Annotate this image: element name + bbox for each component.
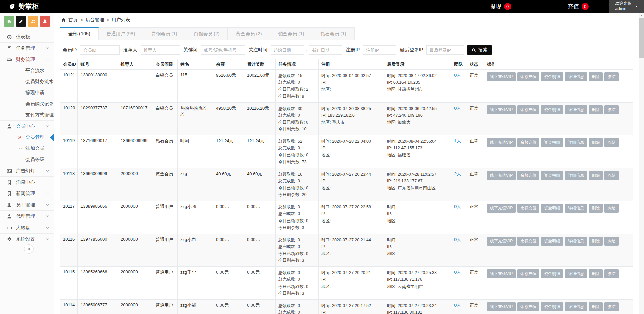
delete-button[interactable]: 删除	[589, 138, 603, 147]
scrollbar-thumb[interactable]	[639, 18, 644, 58]
detail-info-button[interactable]: 详细信息	[565, 138, 587, 147]
offline-vip-recharge-button[interactable]: 线下充值VIP	[487, 72, 516, 81]
detail-info-button[interactable]: 详细信息	[565, 105, 587, 114]
sidebar-item-广告幻灯[interactable]: 广告幻灯	[0, 165, 54, 176]
sidebar-subitem-支付方式管理[interactable]: 支付方式管理	[0, 109, 54, 120]
balance-recharge-button[interactable]: 余额充值	[517, 138, 539, 147]
offline-vip-recharge-button[interactable]: 线下充值VIP	[487, 171, 516, 180]
referrer-input[interactable]	[141, 45, 180, 55]
detail-info-button[interactable]: 详细信息	[565, 204, 587, 213]
sidebar-item-代理管理[interactable]: 代理管理	[0, 210, 54, 222]
delete-button[interactable]: 删除	[589, 302, 603, 311]
sidebar-item-任务管理[interactable]: 任务管理	[0, 42, 54, 54]
register-ip-input[interactable]	[363, 45, 396, 55]
sidebar-subitem-平台流水[interactable]: 平台流水	[0, 65, 54, 76]
funds-detail-button[interactable]: 资金明细	[541, 302, 563, 311]
freeze-button[interactable]: 冻结	[604, 269, 619, 278]
freeze-button[interactable]: 冻结	[604, 105, 619, 114]
sidebar-item-大转盘[interactable]: 大转盘	[0, 222, 54, 233]
team-link[interactable]: 0人	[454, 303, 461, 308]
sidebar-subitem-会员等级[interactable]: 会员等级	[0, 154, 54, 165]
offline-vip-recharge-button[interactable]: 线下充值VIP	[487, 269, 516, 278]
sidebar-item-仪表板[interactable]: 仪表板	[0, 31, 54, 42]
breadcrumb-后台管理[interactable]: 后台管理	[85, 17, 104, 23]
freeze-button[interactable]: 冻结	[604, 138, 619, 147]
follow-time-end-input[interactable]	[309, 45, 342, 55]
funds-detail-button[interactable]: 资金明细	[541, 237, 563, 246]
breadcrumb-首页[interactable]: 首页	[68, 17, 78, 23]
tab-黄金会员[interactable]: 黄金会员 (2)	[228, 27, 270, 40]
team-link[interactable]: 0人	[454, 270, 461, 275]
freeze-button[interactable]: 冻结	[604, 302, 619, 311]
sidebar-subitem-会员管理[interactable]: 会员管理	[0, 132, 54, 143]
offline-vip-recharge-button[interactable]: 线下充值VIP	[487, 204, 516, 213]
sidebar-item-消息中心[interactable]: 消息中心	[0, 176, 54, 188]
balance-recharge-button[interactable]: 余额充值	[517, 237, 539, 246]
sidebar-subitem-添加会员[interactable]: 添加会员	[0, 143, 54, 154]
balance-recharge-button[interactable]: 余额充值	[517, 204, 539, 213]
delete-button[interactable]: 删除	[589, 105, 603, 114]
offline-vip-recharge-button[interactable]: 线下充值VIP	[487, 138, 516, 147]
delete-button[interactable]: 删除	[589, 204, 603, 213]
sidebar-item-系统设置[interactable]: 系统设置	[0, 233, 54, 245]
funds-detail-button[interactable]: 资金明细	[541, 171, 563, 180]
member-id-input[interactable]	[80, 45, 120, 55]
offline-vip-recharge-button[interactable]: 线下充值VIP	[487, 302, 516, 311]
recharge-link[interactable]: 充值 0	[568, 3, 589, 10]
quick-pencil-button[interactable]	[16, 16, 26, 27]
tab-钻石会员[interactable]: 钻石会员 (1)	[312, 27, 355, 40]
freeze-button[interactable]: 冻结	[604, 72, 619, 81]
detail-info-button[interactable]: 详细信息	[565, 302, 587, 311]
delete-button[interactable]: 删除	[589, 237, 603, 246]
funds-detail-button[interactable]: 资金明细	[541, 204, 563, 213]
follow-time-input[interactable]	[271, 45, 304, 55]
funds-detail-button[interactable]: 资金明细	[541, 138, 563, 147]
sidebar-item-财务管理[interactable]: 财务管理	[0, 54, 54, 65]
detail-info-button[interactable]: 详细信息	[565, 269, 587, 278]
detail-info-button[interactable]: 详细信息	[565, 171, 587, 180]
freeze-button[interactable]: 冻结	[604, 204, 619, 213]
offline-vip-recharge-button[interactable]: 线下充值VIP	[487, 237, 516, 246]
quick-users-button[interactable]	[28, 16, 38, 27]
freeze-button[interactable]: 冻结	[604, 171, 619, 180]
balance-recharge-button[interactable]: 余额充值	[517, 105, 539, 114]
team-link[interactable]: 0人	[454, 73, 461, 78]
sidebar-subitem-提现申请[interactable]: 提现申请	[0, 87, 54, 98]
freeze-button[interactable]: 冻结	[604, 237, 619, 246]
team-link[interactable]: 0人	[454, 237, 461, 242]
balance-recharge-button[interactable]: 余额充值	[517, 72, 539, 81]
team-link[interactable]: 0人	[454, 106, 461, 111]
tab-青铜会员[interactable]: 青铜会员 (1)	[143, 27, 185, 40]
sidebar-collapse-button[interactable]	[24, 244, 34, 254]
balance-recharge-button[interactable]: 余额充值	[517, 269, 539, 278]
sidebar-subitem-会员财务流水[interactable]: 会员财务流水	[0, 76, 54, 87]
delete-button[interactable]: 删除	[589, 269, 603, 278]
team-link[interactable]: 1人	[454, 138, 461, 143]
tab-普通用户[interactable]: 普通用户 (98)	[99, 27, 144, 40]
balance-recharge-button[interactable]: 余额充值	[517, 302, 539, 311]
offline-vip-recharge-button[interactable]: 线下充值VIP	[487, 105, 516, 114]
sidebar-subitem-会员购买记录[interactable]: 会员购买记录	[0, 98, 54, 109]
funds-detail-button[interactable]: 资金明细	[541, 105, 563, 114]
last-login-ip-input[interactable]	[426, 45, 464, 55]
scrollbar-up-button[interactable]	[639, 13, 644, 18]
keyword-input[interactable]	[201, 45, 245, 55]
funds-detail-button[interactable]: 资金明细	[541, 72, 563, 81]
delete-button[interactable]: 删除	[589, 171, 603, 180]
tab-白银会员[interactable]: 白银会员 (2)	[185, 27, 228, 40]
search-button[interactable]: 搜索	[467, 45, 492, 55]
quick-bell-button[interactable]	[40, 16, 50, 27]
vertical-scrollbar[interactable]	[639, 13, 644, 314]
user-menu[interactable]: 欢迎光临, admin	[609, 0, 644, 13]
tab-铂金会员[interactable]: 铂金会员 (1)	[270, 27, 312, 40]
sidebar-item-新闻管理[interactable]: 新闻管理	[0, 188, 54, 199]
tab-全部[interactable]: 全部 (105)	[60, 27, 99, 40]
withdraw-link[interactable]: 提现 0	[490, 3, 511, 10]
sidebar-item-员工管理[interactable]: 员工管理	[0, 199, 54, 210]
brand-logo[interactable]: 赞掌柜	[0, 2, 39, 11]
team-link[interactable]: 0人	[454, 204, 461, 209]
team-link[interactable]: 2人	[454, 171, 461, 176]
quick-home-button[interactable]	[4, 16, 14, 27]
balance-recharge-button[interactable]: 余额充值	[517, 171, 539, 180]
funds-detail-button[interactable]: 资金明细	[541, 269, 563, 278]
